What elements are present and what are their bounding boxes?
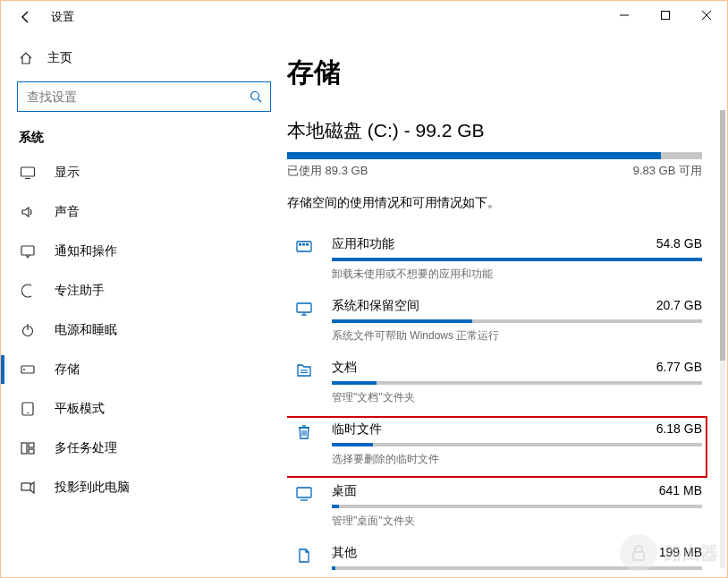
category-sub: 管理"桌面"文件夹 — [332, 514, 702, 529]
sidebar-item-multitask[interactable]: 多任务处理 — [1, 429, 287, 468]
arrow-left-icon — [19, 10, 33, 24]
watermark: 路由器 — [620, 534, 718, 572]
category-documents[interactable]: 文档6.77 GB管理"文档"文件夹 — [287, 354, 702, 416]
sidebar-item-label: 多任务处理 — [55, 440, 117, 456]
category-size: 6.77 GB — [656, 360, 702, 376]
category-title: 临时文件 — [332, 421, 382, 438]
svg-rect-4 — [21, 167, 35, 176]
sidebar-item-label: 通知和操作 — [55, 243, 117, 259]
documents-icon — [292, 361, 316, 379]
svg-rect-16 — [21, 483, 30, 490]
apps-icon — [292, 238, 316, 256]
category-size: 641 MB — [659, 483, 702, 499]
home-icon — [19, 51, 33, 65]
category-bar — [332, 258, 702, 261]
category-bar — [332, 443, 702, 446]
close-icon — [702, 11, 711, 20]
other-icon — [292, 547, 316, 565]
sidebar-item-power[interactable]: 电源和睡眠 — [1, 310, 287, 350]
content: 存储 本地磁盘 (C:) - 99.2 GB 已使用 89.3 GB 9.83 … — [287, 33, 727, 577]
category-sub: 选择要删除的临时文件 — [332, 452, 702, 467]
svg-rect-18 — [299, 243, 301, 246]
category-bar-fill — [332, 566, 335, 570]
minimize-icon — [620, 11, 629, 20]
minimize-button[interactable] — [604, 1, 645, 30]
category-bar-fill — [332, 319, 472, 323]
sidebar-item-display[interactable]: 显示 — [1, 153, 287, 192]
sidebar-item-label: 显示 — [55, 165, 80, 181]
sound-icon — [19, 204, 37, 220]
disk-usage-fill — [287, 152, 661, 159]
category-size: 54.8 GB — [656, 236, 702, 252]
svg-rect-33 — [633, 552, 644, 560]
category-apps[interactable]: 应用和功能54.8 GB卸载未使用或不想要的应用和功能 — [287, 231, 702, 293]
sidebar-item-notifications[interactable]: 通知和操作 — [1, 232, 287, 271]
disk-free-label: 9.83 GB 可用 — [633, 163, 702, 179]
search-input[interactable] — [17, 81, 271, 112]
system-icon — [292, 300, 316, 318]
svg-rect-6 — [21, 246, 34, 255]
category-list: 应用和功能54.8 GB卸载未使用或不想要的应用和功能系统和保留空间20.7 G… — [287, 231, 702, 577]
nav-list: 显示声音通知和操作专注助手电源和睡眠存储平板模式多任务处理投影到此电脑 — [1, 153, 287, 507]
close-button[interactable] — [686, 1, 727, 30]
sidebar-item-tablet[interactable]: 平板模式 — [1, 389, 287, 429]
category-body: 文档6.77 GB管理"文档"文件夹 — [332, 360, 702, 405]
back-button[interactable] — [8, 1, 44, 33]
svg-rect-20 — [306, 243, 309, 246]
disk-title: 本地磁盘 (C:) - 99.2 GB — [287, 118, 702, 143]
svg-point-12 — [27, 412, 29, 414]
home-link[interactable]: 主页 — [1, 40, 287, 76]
svg-rect-17 — [297, 242, 311, 251]
category-head: 桌面641 MB — [332, 483, 702, 499]
category-body: 系统和保留空间20.7 GB系统文件可帮助 Windows 正常运行 — [332, 298, 702, 344]
sidebar-item-storage[interactable]: 存储 — [1, 350, 287, 389]
sidebar-item-label: 电源和睡眠 — [55, 322, 117, 338]
sidebar: 主页 系统 显示声音通知和操作专注助手电源和睡眠存储平板模式多任务处理投影到此电… — [1, 33, 287, 577]
svg-rect-14 — [29, 443, 34, 447]
multitask-icon — [19, 440, 37, 456]
project-icon — [19, 480, 37, 496]
category-temp[interactable]: 临时文件6.18 GB选择要删除的临时文件 — [287, 416, 707, 478]
category-title: 系统和保留空间 — [332, 298, 419, 314]
storage-icon — [19, 361, 37, 378]
sidebar-item-project[interactable]: 投影到此电脑 — [1, 468, 287, 507]
svg-rect-13 — [21, 443, 27, 454]
svg-rect-21 — [297, 303, 311, 312]
section-title: 系统 — [1, 121, 287, 153]
window-controls — [604, 1, 727, 30]
svg-rect-31 — [297, 488, 311, 497]
category-system[interactable]: 系统和保留空间20.7 GB系统文件可帮助 Windows 正常运行 — [287, 293, 702, 354]
sidebar-item-label: 平板模式 — [55, 401, 105, 417]
scrollbar[interactable] — [720, 110, 725, 568]
category-bar-fill — [332, 258, 702, 261]
category-size: 6.18 GB — [656, 421, 702, 438]
svg-rect-1 — [662, 12, 670, 20]
svg-point-10 — [23, 369, 25, 370]
category-head: 应用和功能54.8 GB — [332, 236, 702, 252]
category-head: 文档6.77 GB — [332, 360, 702, 376]
category-bar-fill — [332, 443, 373, 446]
svg-rect-19 — [302, 243, 305, 246]
focus-assist-icon — [19, 283, 37, 299]
category-desktop[interactable]: 桌面641 MB管理"桌面"文件夹 — [287, 478, 702, 540]
power-icon — [19, 322, 37, 338]
category-title: 桌面 — [332, 483, 357, 499]
maximize-icon — [661, 11, 670, 20]
category-title: 应用和功能 — [332, 236, 394, 252]
category-body: 应用和功能54.8 GB卸载未使用或不想要的应用和功能 — [332, 236, 702, 282]
home-label: 主页 — [47, 50, 72, 66]
category-title: 文档 — [332, 360, 357, 376]
category-bar-fill — [332, 505, 339, 508]
disk-usage-bar — [287, 152, 702, 159]
category-bar-fill — [332, 381, 377, 385]
category-sub: 管理"文档"文件夹 — [332, 390, 702, 405]
category-size: 20.7 GB — [656, 298, 702, 314]
scrollbar-thumb[interactable] — [720, 110, 725, 361]
category-body: 桌面641 MB管理"桌面"文件夹 — [332, 483, 702, 529]
sidebar-item-label: 专注助手 — [55, 283, 105, 299]
sidebar-item-sound[interactable]: 声音 — [1, 192, 287, 232]
sidebar-item-focus-assist[interactable]: 专注助手 — [1, 271, 287, 310]
sidebar-item-label: 存储 — [55, 361, 80, 378]
maximize-button[interactable] — [645, 1, 686, 30]
category-body: 临时文件6.18 GB选择要删除的临时文件 — [332, 421, 702, 467]
